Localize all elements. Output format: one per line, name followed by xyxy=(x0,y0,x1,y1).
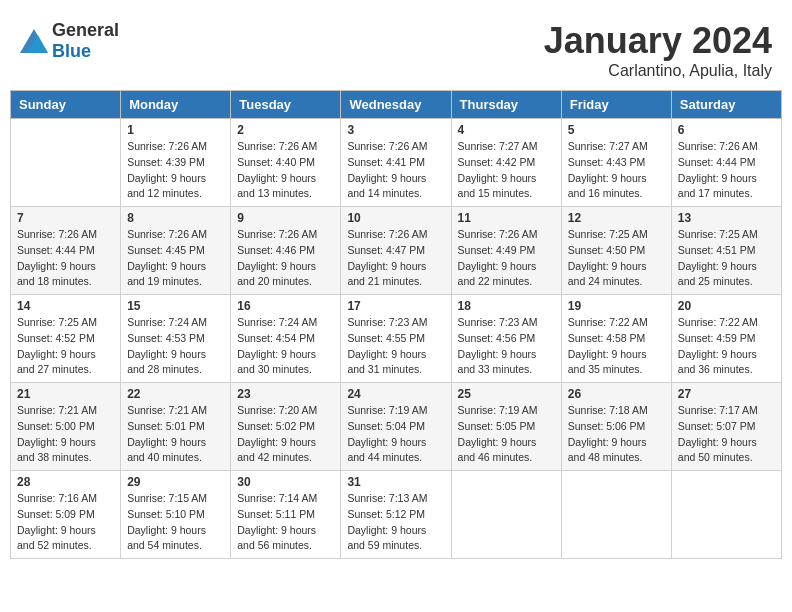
calendar-header-row: SundayMondayTuesdayWednesdayThursdayFrid… xyxy=(11,91,782,119)
day-number: 16 xyxy=(237,299,334,313)
day-info: Sunrise: 7:23 AMSunset: 4:56 PMDaylight:… xyxy=(458,315,555,378)
day-number: 19 xyxy=(568,299,665,313)
day-number: 2 xyxy=(237,123,334,137)
day-info: Sunrise: 7:26 AMSunset: 4:39 PMDaylight:… xyxy=(127,139,224,202)
calendar-cell: 13Sunrise: 7:25 AMSunset: 4:51 PMDayligh… xyxy=(671,207,781,295)
day-number: 22 xyxy=(127,387,224,401)
day-number: 20 xyxy=(678,299,775,313)
day-number: 25 xyxy=(458,387,555,401)
week-row-1: 7Sunrise: 7:26 AMSunset: 4:44 PMDaylight… xyxy=(11,207,782,295)
day-number: 18 xyxy=(458,299,555,313)
day-number: 17 xyxy=(347,299,444,313)
calendar-cell: 16Sunrise: 7:24 AMSunset: 4:54 PMDayligh… xyxy=(231,295,341,383)
calendar-cell: 23Sunrise: 7:20 AMSunset: 5:02 PMDayligh… xyxy=(231,383,341,471)
logo-text: General Blue xyxy=(52,20,119,62)
calendar-cell: 1Sunrise: 7:26 AMSunset: 4:39 PMDaylight… xyxy=(121,119,231,207)
week-row-4: 28Sunrise: 7:16 AMSunset: 5:09 PMDayligh… xyxy=(11,471,782,559)
header-friday: Friday xyxy=(561,91,671,119)
calendar-title: January 2024 xyxy=(544,20,772,62)
day-info: Sunrise: 7:27 AMSunset: 4:43 PMDaylight:… xyxy=(568,139,665,202)
day-info: Sunrise: 7:22 AMSunset: 4:58 PMDaylight:… xyxy=(568,315,665,378)
header-sunday: Sunday xyxy=(11,91,121,119)
day-info: Sunrise: 7:13 AMSunset: 5:12 PMDaylight:… xyxy=(347,491,444,554)
day-number: 14 xyxy=(17,299,114,313)
calendar-cell: 14Sunrise: 7:25 AMSunset: 4:52 PMDayligh… xyxy=(11,295,121,383)
day-info: Sunrise: 7:19 AMSunset: 5:05 PMDaylight:… xyxy=(458,403,555,466)
day-number: 13 xyxy=(678,211,775,225)
title-area: January 2024 Carlantino, Apulia, Italy xyxy=(544,20,772,80)
day-number: 7 xyxy=(17,211,114,225)
calendar-cell: 3Sunrise: 7:26 AMSunset: 4:41 PMDaylight… xyxy=(341,119,451,207)
calendar-cell: 22Sunrise: 7:21 AMSunset: 5:01 PMDayligh… xyxy=(121,383,231,471)
day-info: Sunrise: 7:26 AMSunset: 4:45 PMDaylight:… xyxy=(127,227,224,290)
day-number: 10 xyxy=(347,211,444,225)
day-info: Sunrise: 7:25 AMSunset: 4:50 PMDaylight:… xyxy=(568,227,665,290)
day-info: Sunrise: 7:26 AMSunset: 4:40 PMDaylight:… xyxy=(237,139,334,202)
calendar-cell: 6Sunrise: 7:26 AMSunset: 4:44 PMDaylight… xyxy=(671,119,781,207)
day-info: Sunrise: 7:26 AMSunset: 4:47 PMDaylight:… xyxy=(347,227,444,290)
calendar-cell: 27Sunrise: 7:17 AMSunset: 5:07 PMDayligh… xyxy=(671,383,781,471)
calendar-cell: 28Sunrise: 7:16 AMSunset: 5:09 PMDayligh… xyxy=(11,471,121,559)
calendar-cell: 29Sunrise: 7:15 AMSunset: 5:10 PMDayligh… xyxy=(121,471,231,559)
day-info: Sunrise: 7:14 AMSunset: 5:11 PMDaylight:… xyxy=(237,491,334,554)
day-number: 5 xyxy=(568,123,665,137)
day-info: Sunrise: 7:17 AMSunset: 5:07 PMDaylight:… xyxy=(678,403,775,466)
calendar-cell: 19Sunrise: 7:22 AMSunset: 4:58 PMDayligh… xyxy=(561,295,671,383)
day-info: Sunrise: 7:22 AMSunset: 4:59 PMDaylight:… xyxy=(678,315,775,378)
logo-icon xyxy=(20,29,48,53)
logo: General Blue xyxy=(20,20,119,62)
header-saturday: Saturday xyxy=(671,91,781,119)
calendar-cell: 8Sunrise: 7:26 AMSunset: 4:45 PMDaylight… xyxy=(121,207,231,295)
day-info: Sunrise: 7:26 AMSunset: 4:44 PMDaylight:… xyxy=(17,227,114,290)
calendar-cell: 11Sunrise: 7:26 AMSunset: 4:49 PMDayligh… xyxy=(451,207,561,295)
calendar-cell xyxy=(451,471,561,559)
day-number: 1 xyxy=(127,123,224,137)
day-number: 23 xyxy=(237,387,334,401)
day-number: 8 xyxy=(127,211,224,225)
day-number: 4 xyxy=(458,123,555,137)
calendar-cell: 7Sunrise: 7:26 AMSunset: 4:44 PMDaylight… xyxy=(11,207,121,295)
calendar-subtitle: Carlantino, Apulia, Italy xyxy=(544,62,772,80)
day-info: Sunrise: 7:25 AMSunset: 4:51 PMDaylight:… xyxy=(678,227,775,290)
day-number: 27 xyxy=(678,387,775,401)
day-number: 29 xyxy=(127,475,224,489)
calendar-cell: 20Sunrise: 7:22 AMSunset: 4:59 PMDayligh… xyxy=(671,295,781,383)
day-info: Sunrise: 7:27 AMSunset: 4:42 PMDaylight:… xyxy=(458,139,555,202)
calendar-cell: 24Sunrise: 7:19 AMSunset: 5:04 PMDayligh… xyxy=(341,383,451,471)
week-row-0: 1Sunrise: 7:26 AMSunset: 4:39 PMDaylight… xyxy=(11,119,782,207)
day-info: Sunrise: 7:19 AMSunset: 5:04 PMDaylight:… xyxy=(347,403,444,466)
calendar-cell: 31Sunrise: 7:13 AMSunset: 5:12 PMDayligh… xyxy=(341,471,451,559)
day-info: Sunrise: 7:24 AMSunset: 4:54 PMDaylight:… xyxy=(237,315,334,378)
calendar-cell: 26Sunrise: 7:18 AMSunset: 5:06 PMDayligh… xyxy=(561,383,671,471)
day-number: 21 xyxy=(17,387,114,401)
day-info: Sunrise: 7:21 AMSunset: 5:00 PMDaylight:… xyxy=(17,403,114,466)
week-row-2: 14Sunrise: 7:25 AMSunset: 4:52 PMDayligh… xyxy=(11,295,782,383)
calendar-cell: 10Sunrise: 7:26 AMSunset: 4:47 PMDayligh… xyxy=(341,207,451,295)
day-info: Sunrise: 7:26 AMSunset: 4:41 PMDaylight:… xyxy=(347,139,444,202)
day-info: Sunrise: 7:18 AMSunset: 5:06 PMDaylight:… xyxy=(568,403,665,466)
day-number: 3 xyxy=(347,123,444,137)
day-info: Sunrise: 7:24 AMSunset: 4:53 PMDaylight:… xyxy=(127,315,224,378)
header-tuesday: Tuesday xyxy=(231,91,341,119)
logo-general: General xyxy=(52,20,119,40)
day-info: Sunrise: 7:26 AMSunset: 4:46 PMDaylight:… xyxy=(237,227,334,290)
header-monday: Monday xyxy=(121,91,231,119)
header-wednesday: Wednesday xyxy=(341,91,451,119)
day-number: 28 xyxy=(17,475,114,489)
calendar-cell: 21Sunrise: 7:21 AMSunset: 5:00 PMDayligh… xyxy=(11,383,121,471)
calendar-cell xyxy=(671,471,781,559)
day-number: 31 xyxy=(347,475,444,489)
day-info: Sunrise: 7:26 AMSunset: 4:49 PMDaylight:… xyxy=(458,227,555,290)
day-info: Sunrise: 7:16 AMSunset: 5:09 PMDaylight:… xyxy=(17,491,114,554)
calendar-cell xyxy=(11,119,121,207)
day-number: 26 xyxy=(568,387,665,401)
day-info: Sunrise: 7:20 AMSunset: 5:02 PMDaylight:… xyxy=(237,403,334,466)
calendar-cell: 9Sunrise: 7:26 AMSunset: 4:46 PMDaylight… xyxy=(231,207,341,295)
calendar-cell: 25Sunrise: 7:19 AMSunset: 5:05 PMDayligh… xyxy=(451,383,561,471)
day-number: 30 xyxy=(237,475,334,489)
day-info: Sunrise: 7:15 AMSunset: 5:10 PMDaylight:… xyxy=(127,491,224,554)
calendar-cell: 4Sunrise: 7:27 AMSunset: 4:42 PMDaylight… xyxy=(451,119,561,207)
day-info: Sunrise: 7:26 AMSunset: 4:44 PMDaylight:… xyxy=(678,139,775,202)
day-number: 15 xyxy=(127,299,224,313)
calendar-cell xyxy=(561,471,671,559)
